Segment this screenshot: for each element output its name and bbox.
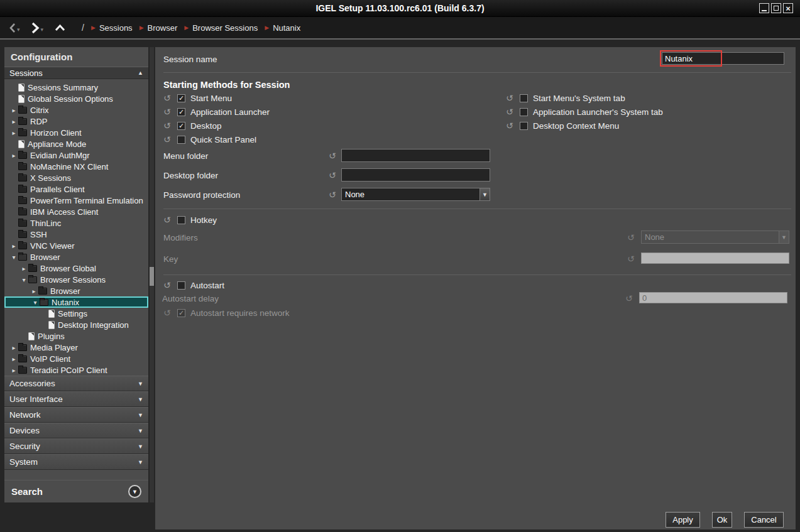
checkbox-label: Autostart requires network <box>190 308 290 318</box>
checkbox-autostart[interactable] <box>177 281 185 290</box>
reset-icon[interactable]: ↺ <box>163 280 173 290</box>
tree-item-nutanix[interactable]: ▾Nutanix <box>4 296 148 308</box>
reset-icon: ↺ <box>627 233 635 242</box>
reset-icon[interactable]: ↺ <box>329 171 336 180</box>
tree-item-media-player[interactable]: ▸Media Player <box>4 342 148 353</box>
checkbox-quick-start-panel[interactable] <box>177 136 185 144</box>
apply-button[interactable]: Apply <box>666 512 700 528</box>
tree-item-parallels-client[interactable]: Parallels Client <box>4 183 148 195</box>
reset-icon[interactable]: ↺ <box>506 93 515 103</box>
chevron-right-icon[interactable]: ▸ <box>9 356 18 362</box>
chevron-right-icon[interactable]: ▸ <box>9 118 18 125</box>
tree-item-horizon-client[interactable]: ▸Horizon Client <box>4 127 148 138</box>
chevron-down-icon[interactable]: ▾ <box>31 299 40 306</box>
checkbox-application-launcher-s-system-tab[interactable] <box>520 108 528 116</box>
reset-icon[interactable]: ↺ <box>163 121 173 131</box>
breadcrumb-item-sessions[interactable]: ▶Sessions <box>91 23 133 33</box>
breadcrumb-item-nutanix[interactable]: ▶Nutanix <box>265 23 300 33</box>
breadcrumb-item-browser-sessions[interactable]: ▶Browser Sessions <box>184 23 258 33</box>
desktop-folder-input[interactable] <box>341 168 490 182</box>
tree-item-browser-sessions[interactable]: ▾Browser Sessions <box>4 274 148 285</box>
tree-item-teradici-pcoip-client[interactable]: ▸Teradici PCoIP Client <box>4 364 148 376</box>
back-history-caret-icon[interactable]: ▾ <box>17 26 20 33</box>
checkbox-start-menu-s-system-tab[interactable] <box>520 94 528 102</box>
checkbox-row-start-menu: ↺✓Start Menu <box>163 91 270 105</box>
tree-item-nomachine-nx-client[interactable]: NoMachine NX Client <box>4 161 148 172</box>
tree-item-desktop-integration[interactable]: Desktop Integration <box>4 319 148 330</box>
folder-icon <box>18 220 27 227</box>
maximize-button[interactable] <box>771 3 781 13</box>
session-name-input[interactable] <box>662 52 784 65</box>
chevron-down-icon[interactable]: ▾ <box>19 276 28 283</box>
reset-icon[interactable]: ↺ <box>329 151 336 160</box>
tree-item-ibm-iaccess-client[interactable]: IBM iAccess Client <box>4 206 148 217</box>
chevron-up-icon: ▲ <box>138 70 143 76</box>
reset-icon[interactable]: ↺ <box>506 121 515 131</box>
tree-item-x-sessions[interactable]: X Sessions <box>4 172 148 183</box>
tree-item-appliance-mode[interactable]: Appliance Mode <box>4 138 148 149</box>
password-protection-select[interactable]: None ▼ <box>341 188 490 201</box>
document-icon <box>18 140 25 148</box>
checkbox-hotkey[interactable] <box>177 216 185 224</box>
reset-icon[interactable]: ↺ <box>163 107 173 117</box>
tree-item-plugins[interactable]: Plugins <box>4 330 148 342</box>
breadcrumb-label: Nutanix <box>273 23 300 33</box>
minimize-button[interactable] <box>759 3 769 13</box>
tree-item-citrix[interactable]: ▸Citrix <box>4 104 148 116</box>
chevron-right-icon[interactable]: ▸ <box>9 129 18 136</box>
checkbox-label: Desktop <box>190 121 222 131</box>
tree-item-voip-client[interactable]: ▸VoIP Client <box>4 353 148 364</box>
tree-item-ssh[interactable]: SSH <box>4 229 148 240</box>
reset-icon[interactable]: ↺ <box>329 190 336 199</box>
forward-button[interactable] <box>30 22 40 34</box>
sidebar-section-security[interactable]: Security▼ <box>4 438 148 454</box>
cancel-button[interactable]: Cancel <box>744 512 784 528</box>
dropdown-arrow-icon[interactable]: ▼ <box>479 188 490 200</box>
reset-icon[interactable]: ↺ <box>163 93 173 103</box>
forward-history-caret-icon[interactable]: ▾ <box>41 26 44 33</box>
ok-button[interactable]: Ok <box>712 512 732 528</box>
sidebar-scrollbar[interactable] <box>150 47 154 502</box>
sidebar-section-system[interactable]: System▼ <box>4 454 148 470</box>
breadcrumb-item-browser[interactable]: ▶Browser <box>140 23 178 33</box>
tree-item-thinlinc[interactable]: ThinLinc <box>4 217 148 229</box>
sidebar-section-sessions[interactable]: Sessions ▲ <box>4 67 148 79</box>
chevron-right-icon[interactable]: ▸ <box>30 288 38 295</box>
scrollbar-thumb[interactable] <box>150 267 154 286</box>
tree-item-powerterm-terminal-emulation[interactable]: PowerTerm Terminal Emulation <box>4 195 148 206</box>
back-button[interactable] <box>8 23 16 33</box>
tree-item-evidian-authmgr[interactable]: ▸Evidian AuthMgr <box>4 149 148 161</box>
tree-item-vnc-viewer[interactable]: ▸VNC Viewer <box>4 240 148 251</box>
tree-item-browser-global[interactable]: ▸Browser Global <box>4 263 148 274</box>
reset-icon[interactable]: ↺ <box>506 107 515 117</box>
sidebar-section-accessories[interactable]: Accessories▼ <box>4 376 148 391</box>
chevron-right-icon[interactable]: ▸ <box>9 344 18 351</box>
sidebar-section-user-interface[interactable]: User Interface▼ <box>4 391 148 407</box>
checkbox-start-menu[interactable]: ✓ <box>177 94 185 102</box>
reset-icon[interactable]: ↺ <box>163 215 173 225</box>
up-button[interactable] <box>55 24 65 31</box>
close-button[interactable]: × <box>783 3 793 13</box>
reset-icon[interactable]: ↺ <box>163 134 173 144</box>
checkbox-label: Application Launcher's System tab <box>533 107 663 117</box>
folder-icon <box>18 118 27 125</box>
tree-item-global-session-options[interactable]: Global Session Options <box>4 93 148 104</box>
checkbox-desktop-context-menu[interactable] <box>520 122 528 130</box>
chevron-right-icon[interactable]: ▸ <box>9 242 18 249</box>
tree-item-browser[interactable]: ▾Browser <box>4 251 148 263</box>
tree-item-settings[interactable]: Settings <box>4 308 148 319</box>
menu-folder-input[interactable] <box>341 149 490 162</box>
chevron-down-icon[interactable]: ▾ <box>9 254 18 261</box>
sidebar-section-network[interactable]: Network▼ <box>4 407 148 423</box>
checkbox-application-launcher[interactable]: ✓ <box>177 108 185 116</box>
sidebar-section-devices[interactable]: Devices▼ <box>4 423 148 438</box>
tree-item-rdp[interactable]: ▸RDP <box>4 116 148 127</box>
tree-item-browser[interactable]: ▸Browser <box>4 285 148 296</box>
chevron-right-icon[interactable]: ▸ <box>19 265 28 272</box>
chevron-right-icon[interactable]: ▸ <box>9 107 18 114</box>
search-expand-button[interactable]: ▼ <box>128 485 141 498</box>
tree-item-sessions-summary[interactable]: Sessions Summary <box>4 82 148 93</box>
checkbox-desktop[interactable]: ✓ <box>177 122 185 130</box>
chevron-right-icon[interactable]: ▸ <box>9 367 18 374</box>
chevron-right-icon[interactable]: ▸ <box>9 152 18 159</box>
